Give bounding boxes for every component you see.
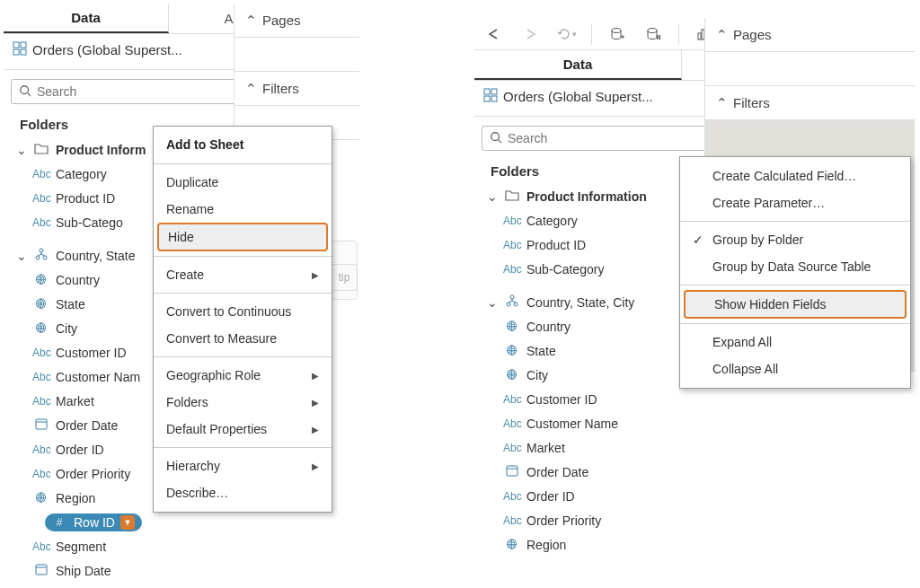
abc-icon: Abc [503, 442, 521, 454]
datasource-name: Orders (Global Superst... [32, 42, 182, 57]
menu-convert-measure[interactable]: Convert to Measure [154, 325, 332, 352]
field-customer-id[interactable]: AbcCustomer ID [478, 387, 911, 411]
revert-button[interactable]: ▾ [552, 22, 580, 47]
tab-data[interactable]: Data [474, 50, 682, 80]
menu-show-hidden-fields[interactable]: Show Hidden Fields [684, 290, 907, 319]
globe-icon: 🌐︎ [503, 539, 521, 551]
menu-rename[interactable]: Rename [154, 196, 332, 223]
field-order-date[interactable]: Order Date [478, 460, 911, 484]
chevron-down-icon: ⌃ [716, 95, 728, 111]
abc-icon: Abc [503, 239, 521, 251]
svg-point-13 [612, 28, 621, 32]
menu-group-by-folder[interactable]: ✓Group by Folder [680, 226, 910, 253]
pill-dropdown-icon[interactable]: ▼ [120, 515, 135, 530]
submenu-arrow-icon: ▶ [312, 270, 319, 280]
abc-icon: Abc [503, 514, 521, 527]
menu-default-properties[interactable]: Default Properties▶ [154, 416, 332, 443]
undo-button[interactable] [480, 22, 509, 47]
field-order-id[interactable]: AbcOrder ID [478, 484, 911, 508]
search-icon [19, 84, 31, 100]
calendar-icon [32, 563, 50, 578]
menu-create[interactable]: Create▶ [154, 261, 332, 288]
menu-hide[interactable]: Hide [157, 223, 328, 251]
svg-rect-2 [13, 49, 19, 55]
globe-icon: 🌐︎ [503, 369, 521, 382]
menu-create-calculated-field[interactable]: Create Calculated Field… [680, 162, 910, 189]
chevron-down-icon: ⌃ [245, 81, 257, 97]
chevron-down-icon[interactable]: ⌄ [487, 189, 498, 204]
abc-icon: Abc [32, 168, 50, 180]
svg-point-43 [507, 303, 510, 306]
left-screenshot: Data Analytics ❮ Orders (Global Superst.… [4, 4, 359, 584]
menu-describe[interactable]: Describe… [154, 479, 332, 506]
abc-icon: Abc [503, 263, 521, 276]
chevron-down-icon[interactable]: ⌄ [16, 249, 27, 263]
svg-point-6 [40, 249, 43, 252]
search-icon [490, 131, 502, 146]
globe-icon: 🌐︎ [32, 492, 50, 505]
filters-shelf-header[interactable]: ⌃Filters [705, 86, 915, 120]
pause-data-button[interactable] [639, 22, 668, 47]
svg-line-5 [28, 92, 31, 96]
submenu-arrow-icon: ▶ [312, 461, 319, 471]
hierarchy-icon [503, 294, 521, 310]
abc-icon: Abc [32, 347, 50, 359]
menu-hierarchy[interactable]: Hierarchy▶ [154, 452, 332, 479]
chevron-down-icon: ⌃ [245, 13, 257, 29]
submenu-arrow-icon: ▶ [312, 398, 319, 408]
field-row-id-selected[interactable]: # Row ID ▼ [7, 510, 356, 534]
menu-collapse-all[interactable]: Collapse All [680, 355, 910, 382]
menu-geographic-role[interactable]: Geographic Role▶ [154, 362, 332, 389]
field-region[interactable]: 🌐︎Region [478, 532, 911, 557]
menu-header: Add to Sheet [154, 132, 332, 159]
shelves-panel: ⌃Pages ⌃Filters [234, 4, 359, 140]
field-customer-name[interactable]: AbcCustomer Name [478, 411, 911, 435]
svg-rect-0 [13, 42, 19, 48]
chevron-down-icon[interactable]: ⌄ [487, 295, 498, 310]
chevron-down-icon[interactable]: ⌄ [16, 143, 27, 157]
svg-rect-36 [484, 89, 490, 94]
new-datasource-button[interactable] [603, 22, 632, 47]
menu-create-parameter[interactable]: Create Parameter… [680, 189, 910, 216]
svg-rect-18 [659, 35, 661, 39]
abc-icon: Abc [32, 540, 50, 553]
svg-rect-9 [36, 419, 47, 429]
svg-point-40 [491, 132, 500, 140]
globe-icon: 🌐︎ [503, 345, 521, 357]
menu-duplicate[interactable]: Duplicate [154, 169, 332, 196]
pages-shelf-header[interactable]: ⌃Pages [705, 18, 915, 52]
abc-icon: Abc [32, 371, 50, 383]
abc-icon: Abc [503, 417, 521, 430]
svg-point-7 [36, 256, 40, 259]
pages-shelf-header[interactable]: ⌃Pages [234, 4, 359, 38]
svg-line-41 [499, 139, 502, 143]
svg-point-42 [510, 295, 514, 299]
field-segment[interactable]: AbcSegment [7, 534, 356, 558]
hash-icon: # [50, 516, 68, 529]
datasource-name: Orders (Global Superst... [503, 89, 653, 104]
tab-data[interactable]: Data [4, 4, 169, 33]
field-order-priority[interactable]: AbcOrder Priority [478, 508, 911, 532]
menu-convert-continuous[interactable]: Convert to Continuous [154, 298, 332, 325]
redo-button[interactable] [516, 22, 544, 47]
svg-point-44 [514, 303, 518, 306]
right-screenshot: ▾ ▾ Data Analytics ❮ [474, 18, 915, 584]
filters-shelf-header[interactable]: ⌃Filters [234, 72, 359, 106]
menu-expand-all[interactable]: Expand All [680, 329, 910, 355]
field-market[interactable]: AbcMarket [478, 435, 911, 460]
svg-rect-1 [21, 42, 26, 48]
svg-rect-3 [21, 49, 26, 55]
field-ship-date[interactable]: Ship Date [7, 558, 356, 583]
abc-icon: Abc [32, 216, 50, 229]
calendar-icon [32, 417, 50, 433]
svg-rect-39 [491, 96, 497, 101]
abc-icon: Abc [32, 443, 50, 456]
menu-group-by-table[interactable]: Group by Data Source Table [680, 253, 910, 280]
menu-folders[interactable]: Folders▶ [154, 389, 332, 416]
globe-icon: 🌐︎ [32, 298, 50, 311]
chevron-down-icon: ⌃ [716, 27, 728, 43]
globe-icon: 🌐︎ [503, 320, 521, 333]
folder-icon [503, 189, 521, 204]
datasource-icon [13, 41, 27, 58]
svg-rect-38 [484, 96, 490, 101]
